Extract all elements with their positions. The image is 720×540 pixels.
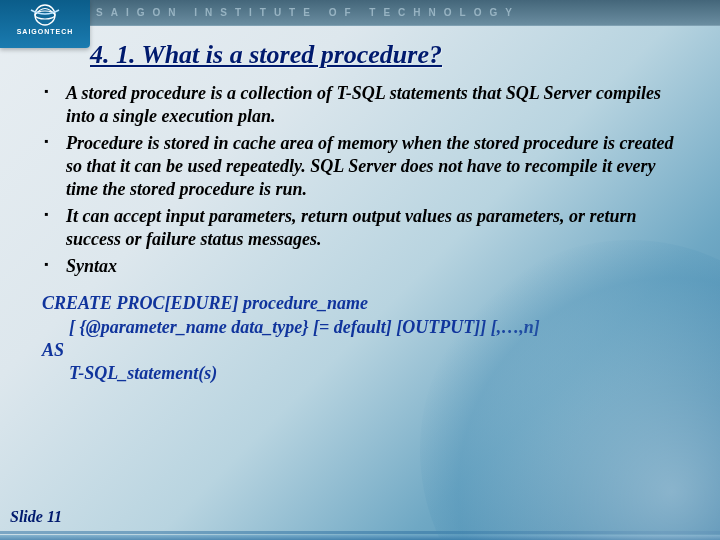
bullet-text: It can accept input parameters, return o… — [66, 206, 637, 249]
logo-globe-icon — [28, 4, 62, 26]
logo-text: SAIGONTECH — [0, 28, 90, 35]
decorative-bar — [0, 531, 720, 534]
syntax-line: [ {@parameter_name data_type} [= default… — [42, 317, 540, 337]
syntax-line: CREATE PROC[EDURE] procedure_name — [42, 293, 368, 313]
list-item: It can accept input parameters, return o… — [42, 205, 686, 251]
list-item: A stored procedure is a collection of T-… — [42, 82, 686, 128]
list-item: Syntax — [42, 255, 686, 278]
bullet-list: A stored procedure is a collection of T-… — [42, 82, 686, 278]
bullet-text: A stored procedure is a collection of T-… — [66, 83, 661, 126]
slide-body: A stored procedure is a collection of T-… — [0, 82, 720, 386]
header-bar: SAIGON INSTITUTE OF TECHNOLOGY — [0, 0, 720, 26]
logo-badge: SAIGONTECH — [0, 0, 90, 48]
slide-number: Slide 11 — [10, 508, 62, 526]
syntax-block: CREATE PROC[EDURE] procedure_name [ {@pa… — [42, 292, 686, 386]
bullet-text: Procedure is stored in cache area of mem… — [66, 133, 673, 199]
decorative-bar — [0, 535, 720, 540]
syntax-line: AS — [42, 340, 64, 360]
syntax-line: T-SQL_statement(s) — [42, 363, 217, 383]
bullet-text: Syntax — [66, 256, 117, 276]
list-item: Procedure is stored in cache area of mem… — [42, 132, 686, 201]
institute-name: SAIGON INSTITUTE OF TECHNOLOGY — [96, 7, 520, 18]
slide-title: 4. 1. What is a stored procedure? — [90, 40, 720, 70]
